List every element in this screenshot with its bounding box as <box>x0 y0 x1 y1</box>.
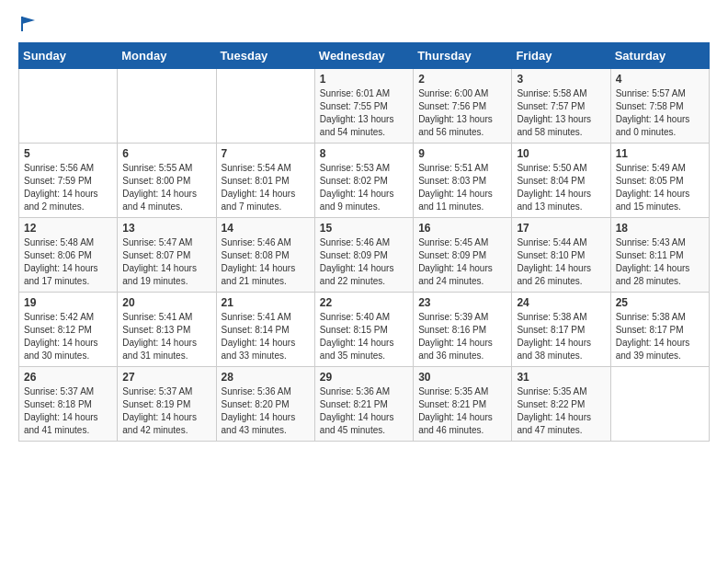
day-info: Sunrise: 5:47 AMSunset: 8:07 PMDaylight:… <box>122 237 197 286</box>
day-number: 9 <box>418 147 506 160</box>
day-info: Sunrise: 5:38 AMSunset: 8:17 PMDaylight:… <box>517 312 591 361</box>
day-cell: 20Sunrise: 5:41 AMSunset: 8:13 PMDayligh… <box>118 293 216 367</box>
day-number: 7 <box>222 147 310 160</box>
day-number: 17 <box>517 222 605 235</box>
day-number: 25 <box>616 296 704 309</box>
day-info: Sunrise: 5:36 AMSunset: 8:21 PMDaylight:… <box>320 386 394 435</box>
week-row-4: 19Sunrise: 5:42 AMSunset: 8:12 PMDayligh… <box>19 293 710 367</box>
day-cell: 13Sunrise: 5:47 AMSunset: 8:07 PMDayligh… <box>118 218 216 293</box>
day-cell: 10Sunrise: 5:50 AMSunset: 8:04 PMDayligh… <box>512 144 610 218</box>
column-header-monday: Monday <box>118 43 216 69</box>
svg-marker-0 <box>22 17 35 24</box>
day-number: 13 <box>122 222 210 235</box>
day-cell: 26Sunrise: 5:37 AMSunset: 8:18 PMDayligh… <box>19 367 118 442</box>
day-cell: 12Sunrise: 5:48 AMSunset: 8:06 PMDayligh… <box>19 218 118 293</box>
day-info: Sunrise: 5:37 AMSunset: 8:18 PMDaylight:… <box>24 386 98 435</box>
day-info: Sunrise: 5:39 AMSunset: 8:16 PMDaylight:… <box>418 312 493 361</box>
day-info: Sunrise: 5:41 AMSunset: 8:13 PMDaylight:… <box>122 312 197 361</box>
day-number: 10 <box>517 147 605 160</box>
day-cell: 23Sunrise: 5:39 AMSunset: 8:16 PMDayligh… <box>414 293 512 367</box>
day-cell: 1Sunrise: 6:01 AMSunset: 7:55 PMDaylight… <box>314 69 413 144</box>
day-info: Sunrise: 5:40 AMSunset: 8:15 PMDaylight:… <box>320 312 394 361</box>
day-info: Sunrise: 5:37 AMSunset: 8:19 PMDaylight:… <box>122 386 197 435</box>
day-cell: 16Sunrise: 5:45 AMSunset: 8:09 PMDayligh… <box>414 218 512 293</box>
day-cell: 4Sunrise: 5:57 AMSunset: 7:58 PMDaylight… <box>610 69 709 144</box>
day-info: Sunrise: 5:45 AMSunset: 8:09 PMDaylight:… <box>418 237 493 286</box>
day-number: 27 <box>122 371 210 384</box>
week-row-5: 26Sunrise: 5:37 AMSunset: 8:18 PMDayligh… <box>19 367 710 442</box>
day-info: Sunrise: 5:36 AMSunset: 8:20 PMDaylight:… <box>222 386 296 435</box>
day-info: Sunrise: 5:38 AMSunset: 8:17 PMDaylight:… <box>616 312 690 361</box>
day-info: Sunrise: 5:50 AMSunset: 8:04 PMDaylight:… <box>517 163 591 212</box>
day-info: Sunrise: 5:43 AMSunset: 8:11 PMDaylight:… <box>616 237 690 286</box>
week-row-2: 5Sunrise: 5:56 AMSunset: 7:59 PMDaylight… <box>19 144 710 218</box>
day-info: Sunrise: 5:57 AMSunset: 7:58 PMDaylight:… <box>616 88 690 137</box>
day-cell: 15Sunrise: 5:46 AMSunset: 8:09 PMDayligh… <box>314 218 413 293</box>
day-info: Sunrise: 5:56 AMSunset: 7:59 PMDaylight:… <box>24 163 98 212</box>
day-cell: 2Sunrise: 6:00 AMSunset: 7:56 PMDaylight… <box>414 69 512 144</box>
day-number: 20 <box>122 296 210 309</box>
day-cell: 5Sunrise: 5:56 AMSunset: 7:59 PMDaylight… <box>19 144 118 218</box>
day-number: 29 <box>320 371 408 384</box>
column-header-wednesday: Wednesday <box>314 43 413 69</box>
calendar-table: SundayMondayTuesdayWednesdayThursdayFrid… <box>18 42 710 442</box>
day-number: 18 <box>616 222 704 235</box>
day-number: 6 <box>122 147 210 160</box>
day-number: 23 <box>418 296 506 309</box>
page-header <box>18 15 710 31</box>
day-cell: 30Sunrise: 5:35 AMSunset: 8:21 PMDayligh… <box>414 367 512 442</box>
day-number: 16 <box>418 222 506 235</box>
column-header-friday: Friday <box>512 43 610 69</box>
day-cell: 19Sunrise: 5:42 AMSunset: 8:12 PMDayligh… <box>19 293 118 367</box>
day-cell: 14Sunrise: 5:46 AMSunset: 8:08 PMDayligh… <box>216 218 314 293</box>
column-header-sunday: Sunday <box>19 43 118 69</box>
day-number: 30 <box>418 371 506 384</box>
day-number: 4 <box>616 73 704 86</box>
day-cell <box>19 69 118 144</box>
day-number: 14 <box>222 222 310 235</box>
column-header-tuesday: Tuesday <box>216 43 314 69</box>
day-number: 28 <box>222 371 310 384</box>
day-cell: 21Sunrise: 5:41 AMSunset: 8:14 PMDayligh… <box>216 293 314 367</box>
day-cell: 27Sunrise: 5:37 AMSunset: 8:19 PMDayligh… <box>118 367 216 442</box>
day-number: 3 <box>517 73 605 86</box>
day-info: Sunrise: 5:48 AMSunset: 8:06 PMDaylight:… <box>24 237 98 286</box>
day-number: 22 <box>320 296 408 309</box>
week-row-1: 1Sunrise: 6:01 AMSunset: 7:55 PMDaylight… <box>19 69 710 144</box>
day-number: 24 <box>517 296 605 309</box>
header-row: SundayMondayTuesdayWednesdayThursdayFrid… <box>19 43 710 69</box>
day-cell: 24Sunrise: 5:38 AMSunset: 8:17 PMDayligh… <box>512 293 610 367</box>
day-cell: 8Sunrise: 5:53 AMSunset: 8:02 PMDaylight… <box>314 144 413 218</box>
day-number: 2 <box>418 73 506 86</box>
day-info: Sunrise: 6:00 AMSunset: 7:56 PMDaylight:… <box>418 88 493 137</box>
logo-flag-icon <box>20 15 37 31</box>
day-info: Sunrise: 5:55 AMSunset: 8:00 PMDaylight:… <box>122 163 197 212</box>
day-cell <box>610 367 709 442</box>
day-cell: 11Sunrise: 5:49 AMSunset: 8:05 PMDayligh… <box>610 144 709 218</box>
day-info: Sunrise: 5:44 AMSunset: 8:10 PMDaylight:… <box>517 237 591 286</box>
day-number: 11 <box>616 147 704 160</box>
day-cell: 3Sunrise: 5:58 AMSunset: 7:57 PMDaylight… <box>512 69 610 144</box>
day-info: Sunrise: 5:41 AMSunset: 8:14 PMDaylight:… <box>222 312 296 361</box>
day-info: Sunrise: 5:51 AMSunset: 8:03 PMDaylight:… <box>418 163 493 212</box>
day-number: 21 <box>222 296 310 309</box>
day-number: 26 <box>24 371 112 384</box>
day-cell: 18Sunrise: 5:43 AMSunset: 8:11 PMDayligh… <box>610 218 709 293</box>
day-number: 1 <box>320 73 408 86</box>
day-number: 5 <box>24 147 112 160</box>
day-info: Sunrise: 5:35 AMSunset: 8:21 PMDaylight:… <box>418 386 493 435</box>
week-row-3: 12Sunrise: 5:48 AMSunset: 8:06 PMDayligh… <box>19 218 710 293</box>
day-cell: 6Sunrise: 5:55 AMSunset: 8:00 PMDaylight… <box>118 144 216 218</box>
column-header-thursday: Thursday <box>414 43 512 69</box>
day-info: Sunrise: 5:46 AMSunset: 8:08 PMDaylight:… <box>222 237 296 286</box>
day-cell: 22Sunrise: 5:40 AMSunset: 8:15 PMDayligh… <box>314 293 413 367</box>
day-info: Sunrise: 5:49 AMSunset: 8:05 PMDaylight:… <box>616 163 690 212</box>
day-number: 15 <box>320 222 408 235</box>
day-cell: 29Sunrise: 5:36 AMSunset: 8:21 PMDayligh… <box>314 367 413 442</box>
day-info: Sunrise: 6:01 AMSunset: 7:55 PMDaylight:… <box>320 88 394 137</box>
day-cell <box>118 69 216 144</box>
day-number: 19 <box>24 296 112 309</box>
day-cell: 28Sunrise: 5:36 AMSunset: 8:20 PMDayligh… <box>216 367 314 442</box>
day-info: Sunrise: 5:46 AMSunset: 8:09 PMDaylight:… <box>320 237 394 286</box>
day-info: Sunrise: 5:53 AMSunset: 8:02 PMDaylight:… <box>320 163 394 212</box>
